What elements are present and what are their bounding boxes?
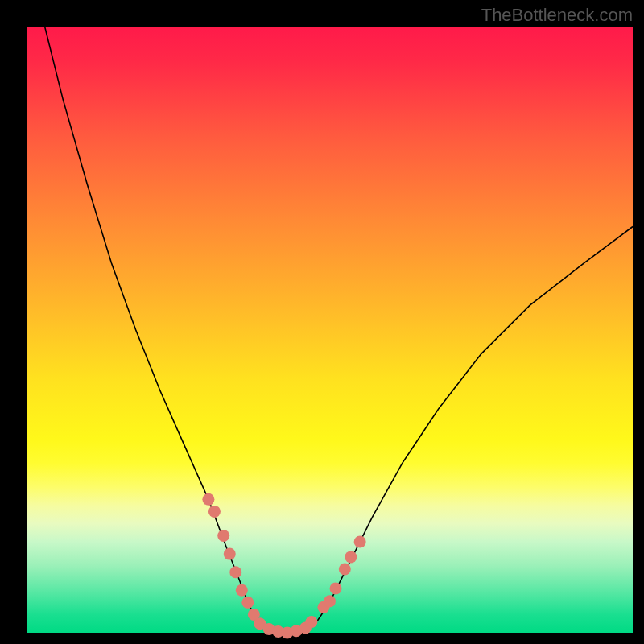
curve-marker [224, 548, 236, 560]
curve-marker [305, 616, 317, 628]
chart-plot-area [27, 27, 633, 633]
curve-marker [242, 597, 254, 609]
curve-marker [208, 506, 221, 518]
chart-svg [27, 27, 633, 633]
curve-marker [217, 530, 229, 542]
curve-marker [354, 536, 366, 548]
curve-marker [202, 493, 214, 506]
curve-markers [202, 493, 365, 639]
curve-marker [229, 566, 242, 578]
curve-marker [236, 584, 248, 597]
bottleneck-curve [45, 27, 633, 633]
watermark-text: TheBottleneck.com [481, 5, 633, 26]
curve-marker [345, 551, 357, 563]
curve-marker [324, 595, 336, 607]
curve-marker [339, 563, 351, 575]
curve-marker [330, 583, 342, 595]
